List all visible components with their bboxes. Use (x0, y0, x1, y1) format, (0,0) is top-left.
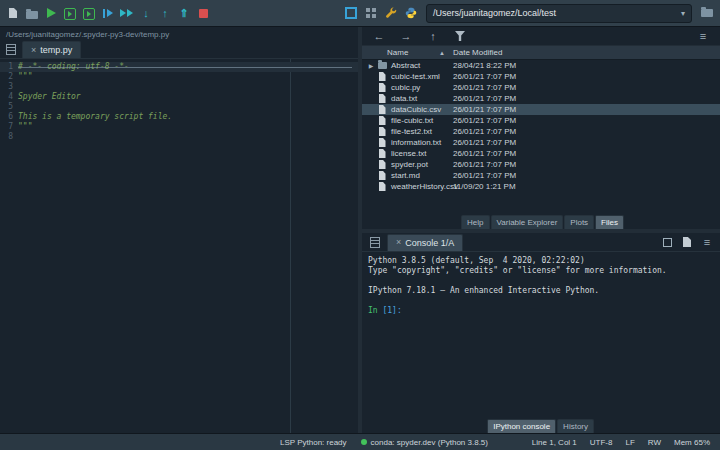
console-tabbar: × Console 1/A ≡ (362, 233, 720, 252)
expander-icon[interactable]: ▶ (366, 62, 376, 69)
column-header-date-modified[interactable]: Date Modified (453, 48, 720, 57)
conda-env-label: conda: spyder.dev (Python 3.8.5) (371, 438, 488, 447)
file-row[interactable]: spyder.pot26/01/21 7:07 PM (362, 159, 720, 170)
console-options-menu-icon[interactable]: ≡ (698, 234, 716, 251)
column-ruler (290, 59, 291, 433)
file-row[interactable]: license.txt26/01/21 7:07 PM (362, 148, 720, 159)
run-cell-advance-icon[interactable] (80, 5, 98, 22)
close-icon[interactable]: × (31, 46, 36, 55)
file-date-modified: 26/01/21 7:07 PM (453, 127, 720, 136)
file-row[interactable]: file-cubic.txt26/01/21 7:07 PM (362, 115, 720, 126)
step-out-icon[interactable]: ↑ (156, 5, 174, 22)
pane-tab-variable-explorer[interactable]: Variable Explorer (491, 215, 564, 229)
file-date-modified: 26/01/21 7:07 PM (453, 105, 720, 114)
code-line: 2""" (0, 72, 358, 82)
new-console-icon[interactable] (678, 234, 696, 251)
console-tab-console-1a[interactable]: × Console 1/A (387, 234, 463, 251)
toolbar-left-group: ↓↑⇑ (4, 5, 212, 22)
interrupt-kernel-icon[interactable] (658, 234, 676, 251)
run-cell-icon[interactable] (61, 5, 79, 22)
statusbar-item: LF (625, 438, 634, 447)
step-into-icon[interactable]: ↓ (137, 5, 155, 22)
line-number: 4 (0, 92, 18, 102)
stop-debug-icon[interactable] (194, 5, 212, 22)
code-line: 8 (0, 132, 358, 142)
pane-tab-files[interactable]: Files (595, 215, 624, 229)
console-prompt: In [1]: (368, 306, 714, 316)
file-name: weatherHistory.csv (388, 182, 453, 191)
working-directory-input[interactable]: /Users/juanitagomez/Local/test ▾ (426, 4, 692, 23)
file-icon (376, 182, 388, 191)
editor-tab-label: temp.py (40, 45, 72, 55)
line-number: 8 (0, 132, 18, 142)
file-icon (376, 94, 388, 103)
sort-ascending-icon[interactable]: ▲ (439, 50, 453, 56)
step-return-icon[interactable]: ⇑ (175, 5, 193, 22)
close-icon[interactable]: × (396, 238, 401, 247)
file-row[interactable]: cubic-test.xml26/01/21 7:07 PM (362, 71, 720, 82)
console-pane: × Console 1/A ≡ Python 3.8.5 (default, S… (362, 233, 720, 433)
file-date-modified: 26/01/21 7:07 PM (453, 149, 720, 158)
python-environment-icon[interactable] (402, 5, 420, 22)
file-name: data.txt (388, 94, 453, 103)
editor-tab-temp-py[interactable]: × temp.py (22, 41, 81, 58)
line-number: 7 (0, 122, 18, 132)
files-toolbar: ←→↑≡ (362, 27, 720, 45)
file-row[interactable]: information.txt26/01/21 7:07 PM (362, 137, 720, 148)
statusbar-item: Mem 65% (674, 438, 710, 447)
browse-tabs-icon[interactable] (366, 234, 384, 251)
file-row[interactable]: cubic.py26/01/21 7:07 PM (362, 82, 720, 93)
continue-execution-icon[interactable] (118, 5, 136, 22)
file-row[interactable]: ▶Abstract28/04/21 8:22 PM (362, 60, 720, 71)
browse-tabs-icon[interactable] (2, 41, 20, 58)
files-options-menu-icon[interactable]: ≡ (694, 28, 712, 45)
right-column: ←→↑≡ Name ▲ Date Modified ▶Abstract28/04… (362, 27, 720, 433)
file-date-modified: 26/01/21 7:07 PM (453, 138, 720, 147)
file-date-modified: 26/01/21 7:07 PM (453, 116, 720, 125)
debug-file-icon[interactable] (99, 5, 117, 22)
editor-tabbar: × temp.py (0, 41, 358, 59)
ipython-console-body[interactable]: Python 3.8.5 (default, Sep 4 2020, 02:22… (362, 252, 720, 419)
file-row[interactable]: weatherHistory.csv11/09/20 1:21 PM (362, 181, 720, 192)
file-row[interactable]: file-test2.txt26/01/21 7:07 PM (362, 126, 720, 137)
preferences-wrench-icon[interactable] (382, 5, 400, 22)
pane-tab-help[interactable]: Help (461, 215, 489, 229)
line-number: 5 (0, 102, 18, 112)
file-date-modified: 26/01/21 7:07 PM (453, 94, 720, 103)
file-row[interactable]: dataCubic.csv26/01/21 7:07 PM (362, 104, 720, 115)
lsp-status-label: LSP Python: ready (280, 438, 347, 447)
editor-breadcrumb: /Users/juanitagomez/.spyder-py3-dev/temp… (0, 27, 358, 41)
code-line: 3 (0, 82, 358, 92)
console-tab-ipython-console[interactable]: IPython console (487, 419, 556, 433)
code-text: This is a temporary script file. (18, 112, 172, 122)
code-editor[interactable]: 1# -*- coding: utf-8 -*-2"""34Spyder Edi… (0, 59, 358, 433)
file-date-modified: 26/01/21 7:07 PM (453, 160, 720, 169)
panes-layout-icon[interactable] (362, 5, 380, 22)
file-icon (376, 127, 388, 136)
lsp-status: LSP Python: ready (280, 438, 347, 447)
parent-directory-icon[interactable]: ↑ (424, 28, 442, 45)
pane-tab-plots[interactable]: Plots (564, 215, 594, 229)
maximize-pane-icon[interactable] (342, 5, 360, 22)
open-file-icon[interactable] (23, 5, 41, 22)
console-tab-label: Console 1/A (405, 238, 454, 248)
file-date-modified: 26/01/21 7:07 PM (453, 171, 720, 180)
run-file-icon[interactable] (42, 5, 60, 22)
back-icon[interactable]: ← (370, 28, 388, 45)
file-icon (376, 105, 388, 114)
new-file-icon[interactable] (4, 5, 22, 22)
chevron-down-icon[interactable]: ▾ (681, 9, 685, 18)
column-header-name[interactable]: Name (387, 48, 439, 57)
browse-working-directory-icon[interactable] (698, 3, 716, 20)
filter-icon[interactable] (451, 28, 469, 45)
code-text: """ (18, 122, 32, 132)
prompt-in-label: In (368, 306, 378, 315)
console-output-line: Python 3.8.5 (default, Sep 4 2020, 02:22… (368, 256, 714, 266)
console-tab-history[interactable]: History (557, 419, 594, 433)
statusbar-item: UTF-8 (590, 438, 613, 447)
file-row[interactable]: start.md26/01/21 7:07 PM (362, 170, 720, 181)
forward-icon[interactable]: → (397, 28, 415, 45)
file-date-modified: 26/01/21 7:07 PM (453, 72, 720, 81)
file-row[interactable]: data.txt26/01/21 7:07 PM (362, 93, 720, 104)
file-name: information.txt (388, 138, 453, 147)
